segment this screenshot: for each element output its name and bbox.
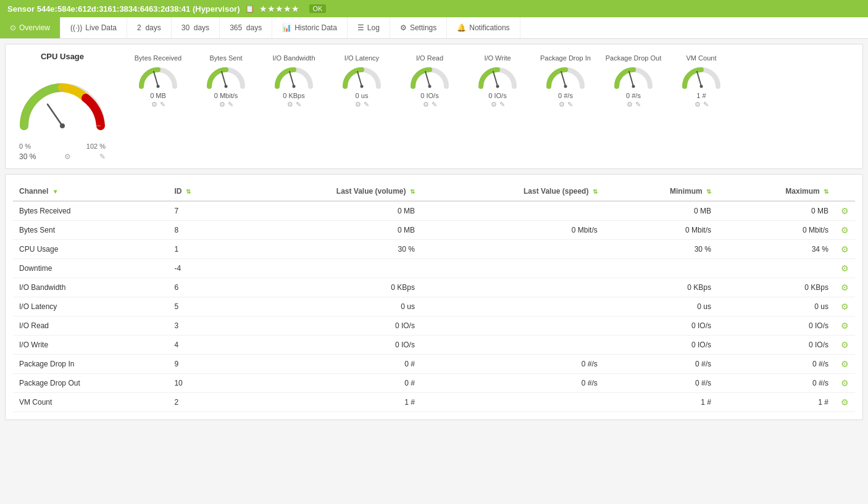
small-gauges-grid: Bytes Received 0 MB ⚙ ✎ Bytes Sent 0 Mbi… — [124, 52, 855, 111]
gauge-edit-io-bandwidth[interactable]: ✎ — [296, 101, 301, 109]
cell-vol-2: 30 % — [229, 240, 421, 259]
nav-historic-data-label: Historic Data — [294, 23, 337, 32]
row-gear-icon-0[interactable]: ⚙ — [841, 206, 849, 216]
overview-icon: ⊙ — [10, 23, 16, 32]
cell-actions-9[interactable]: ⚙ — [835, 374, 855, 393]
cell-max-4: 0 KBps — [717, 278, 835, 297]
gauge-settings-io-latency[interactable]: ⚙ — [355, 101, 361, 109]
copy-icon[interactable]: 📋 — [245, 4, 254, 13]
cell-vol-1: 0 MB — [229, 221, 421, 240]
gauge-edit-io-read[interactable]: ✎ — [432, 101, 437, 109]
col-minimum[interactable]: Minimum ⇅ — [604, 182, 717, 201]
gauge-value-io-latency: 0 us — [356, 92, 369, 99]
gauge-settings-package-drop-in[interactable]: ⚙ — [559, 101, 565, 109]
nav-overview-label: Overview — [19, 23, 50, 32]
cpu-settings-icon[interactable]: ⚙ — [64, 152, 71, 161]
gauge-settings-bytes-sent[interactable]: ⚙ — [219, 101, 225, 109]
gauge-svg-bytes-sent — [204, 63, 248, 91]
cell-actions-8[interactable]: ⚙ — [835, 355, 855, 374]
cell-channel-0: Bytes Received — [13, 201, 168, 221]
gauge-edit-bytes-received[interactable]: ✎ — [160, 101, 165, 109]
svg-line-13 — [425, 72, 430, 86]
nav-overview[interactable]: ⊙ Overview — [0, 17, 61, 38]
nav-365-days[interactable]: 365 days — [220, 17, 272, 38]
gauge-svg-io-write — [476, 63, 519, 91]
table-row: I/O Write 4 0 IO/s 0 IO/s 0 IO/s ⚙ — [13, 336, 855, 355]
cell-actions-7[interactable]: ⚙ — [835, 336, 855, 355]
row-gear-icon-8[interactable]: ⚙ — [841, 359, 849, 369]
gauge-settings-io-bandwidth[interactable]: ⚙ — [287, 101, 293, 109]
gauge-edit-package-drop-out[interactable]: ✎ — [635, 101, 641, 109]
cell-min-4: 0 KBps — [604, 278, 717, 297]
nav-30-days-label: 30 days — [182, 23, 209, 32]
cell-actions-2[interactable]: ⚙ — [835, 240, 855, 259]
sensor-stars: ★★★★★ — [259, 4, 299, 14]
row-gear-icon-1[interactable]: ⚙ — [841, 225, 849, 235]
nav-settings[interactable]: ⚙ Settings — [390, 17, 447, 38]
nav-notifications[interactable]: 🔔 Notifications — [447, 17, 520, 38]
col-last-value-volume[interactable]: Last Value (volume) ⇅ — [229, 182, 421, 201]
gauge-settings-io-read[interactable]: ⚙ — [423, 101, 429, 109]
cell-max-2: 34 % — [717, 240, 835, 259]
cell-speed-3 — [421, 259, 604, 278]
gauge-svg-io-read — [408, 63, 451, 91]
svg-point-20 — [632, 85, 635, 88]
row-gear-icon-3[interactable]: ⚙ — [841, 263, 849, 273]
cell-id-0: 7 — [168, 201, 228, 221]
cell-speed-7 — [421, 336, 604, 355]
cell-vol-7: 0 IO/s — [229, 336, 421, 355]
cell-id-7: 4 — [168, 336, 228, 355]
svg-line-15 — [493, 72, 498, 86]
cell-vol-8: 0 # — [229, 355, 421, 374]
nav-notifications-label: Notifications — [469, 23, 509, 32]
row-gear-icon-7[interactable]: ⚙ — [841, 340, 849, 350]
gauge-edit-package-drop-in[interactable]: ✎ — [567, 101, 573, 109]
nav-30-days[interactable]: 30 days — [172, 17, 220, 38]
svg-point-10 — [293, 85, 296, 88]
cpu-gauge-svg — [13, 67, 112, 141]
gauge-package-drop-in: Package Drop In 0 #/s ⚙ ✎ — [532, 52, 599, 111]
cell-actions-5[interactable]: ⚙ — [835, 297, 855, 316]
col-channel[interactable]: Channel ▼ — [13, 182, 168, 201]
cell-actions-6[interactable]: ⚙ — [835, 316, 855, 336]
cell-actions-10[interactable]: ⚙ — [835, 393, 855, 412]
gauge-edit-io-write[interactable]: ✎ — [499, 101, 505, 109]
nav-log[interactable]: ☰ Log — [348, 17, 390, 38]
nav-2-days[interactable]: 2 days — [127, 17, 172, 38]
gauge-edit-bytes-sent[interactable]: ✎ — [228, 101, 233, 109]
gauge-label-io-bandwidth: I/O Bandwidth — [265, 54, 323, 62]
row-gear-icon-5[interactable]: ⚙ — [841, 302, 849, 312]
cell-actions-1[interactable]: ⚙ — [835, 221, 855, 240]
cell-actions-4[interactable]: ⚙ — [835, 278, 855, 297]
nav-historic-data[interactable]: 📊 Historic Data — [272, 17, 348, 38]
table-row: Downtime -4 ⚙ — [13, 259, 855, 278]
gauge-settings-io-write[interactable]: ⚙ — [491, 101, 497, 109]
cpu-current-value: 30 % — [19, 152, 36, 161]
cell-speed-6 — [421, 316, 604, 336]
cell-channel-6: I/O Read — [13, 316, 168, 336]
overview-section: CPU Usage — [5, 44, 863, 169]
nav-365-days-label: 365 days — [230, 23, 262, 32]
gauge-io-latency: I/O Latency 0 us ⚙ ✎ — [328, 52, 396, 111]
sensor-title: Sensor 544e:584e:612d:3161:3834:6463:2d3… — [7, 4, 240, 14]
gauge-edit-vm-count[interactable]: ✎ — [703, 101, 709, 109]
notifications-icon: 🔔 — [457, 23, 466, 32]
nav-live-data[interactable]: ((·)) Live Data — [61, 17, 127, 38]
cell-actions-0[interactable]: ⚙ — [835, 201, 855, 221]
cpu-edit-icon[interactable]: ✎ — [99, 152, 106, 161]
cell-actions-3[interactable]: ⚙ — [835, 259, 855, 278]
row-gear-icon-10[interactable]: ⚙ — [841, 397, 849, 407]
col-maximum[interactable]: Maximum ⇅ — [717, 182, 835, 201]
col-last-value-speed[interactable]: Last Value (speed) ⇅ — [421, 182, 604, 201]
row-gear-icon-6[interactable]: ⚙ — [841, 321, 849, 331]
gauge-settings-bytes-received[interactable]: ⚙ — [151, 101, 157, 109]
cell-id-9: 10 — [168, 374, 228, 393]
gauge-settings-package-drop-out[interactable]: ⚙ — [627, 101, 633, 109]
row-gear-icon-4[interactable]: ⚙ — [841, 283, 849, 292]
cell-speed-2 — [421, 240, 604, 259]
gauge-settings-vm-count[interactable]: ⚙ — [695, 101, 701, 109]
gauge-edit-io-latency[interactable]: ✎ — [364, 101, 369, 109]
row-gear-icon-2[interactable]: ⚙ — [841, 244, 849, 254]
row-gear-icon-9[interactable]: ⚙ — [841, 378, 849, 388]
col-id[interactable]: ID ⇅ — [168, 182, 228, 201]
